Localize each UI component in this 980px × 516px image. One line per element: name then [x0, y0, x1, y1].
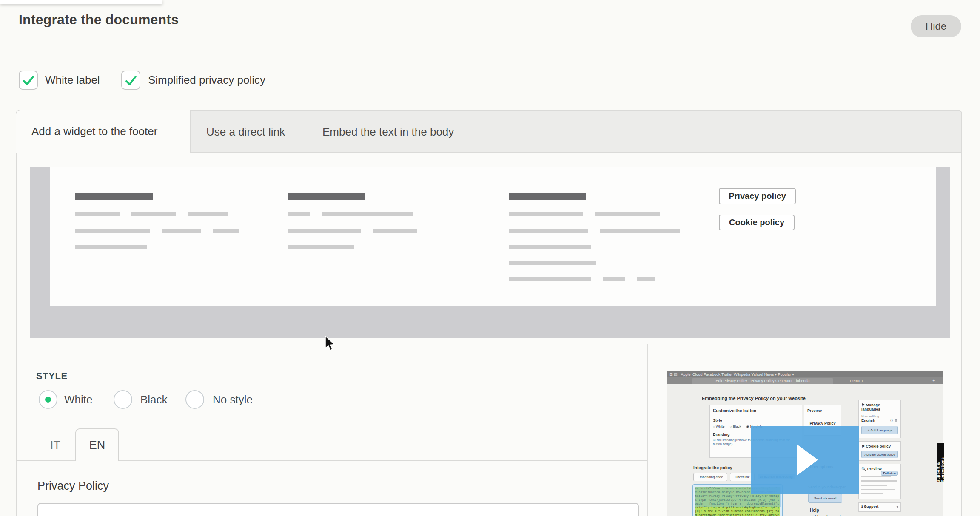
video-play-overlay[interactable] — [751, 426, 859, 494]
video-preview-button: Privacy Policy — [807, 421, 838, 425]
video-activate-cookie-button: Activate cookie policy — [861, 451, 898, 458]
tab-embed-body[interactable]: Embed the text in the body — [322, 125, 454, 138]
flag-icon: ⚑ — [861, 444, 866, 448]
video-cookie-box: ⚑ Cookie policy Activate cookie policy — [858, 441, 901, 461]
video-browser-menubar: ⊡ ▤ Apple iCloud Facebook Twitter Wikipe… — [667, 371, 943, 377]
hide-button[interactable]: Hide — [911, 15, 961, 37]
video-embedding-code-button: Embedding code — [693, 473, 727, 481]
vertical-divider — [647, 344, 648, 516]
radio-dot — [45, 397, 51, 403]
style-radio-white-label: White — [64, 390, 92, 409]
skeleton-text-bar — [75, 212, 120, 216]
style-radio-nostyle[interactable] — [185, 390, 204, 409]
language-tab-it[interactable]: IT — [43, 437, 68, 454]
radio-icon: ○ — [713, 425, 716, 428]
collapse-icon: ◂ — [896, 505, 898, 509]
skeleton-title-bar — [75, 193, 153, 200]
video-preview-sidebar-box: 🔍 Preview Full view — [858, 464, 901, 499]
skeleton-text-bar — [509, 212, 583, 216]
footer-mockup-panel — [50, 167, 936, 306]
play-icon — [797, 444, 818, 476]
tab-widget-footer[interactable]: Add a widget to the footer — [16, 110, 191, 153]
radio-selected-icon: ◉ — [746, 425, 750, 428]
video-full-view-button: Full view — [881, 471, 898, 476]
skeleton-line — [861, 493, 883, 494]
top-overlay-edge — [0, 0, 162, 4]
skeleton-line — [861, 485, 887, 486]
skeleton-title-bar — [509, 193, 586, 200]
style-radio-nostyle-label: No style — [213, 390, 253, 409]
privacy-policy-heading: Privacy Policy — [37, 479, 109, 493]
tab-widget-footer-label: Add a widget to the footer — [31, 125, 157, 138]
page-title: Integrate the documents — [19, 12, 179, 28]
skeleton-text-bar — [213, 229, 239, 233]
skeleton-text-bar — [288, 229, 361, 233]
window-controls-icon: ⊡ ▤ — [669, 372, 678, 377]
check-icon — [124, 74, 138, 87]
privacy-policy-code-field[interactable] — [37, 503, 639, 516]
style-section-heading: STYLE — [36, 371, 68, 382]
mockup-cookie-policy-button: Cookie policy — [719, 215, 795, 230]
video-now-editing: Now editing — [861, 414, 898, 418]
video-send-email-button: Send via email — [808, 493, 842, 503]
white-label-checkbox[interactable] — [19, 71, 38, 90]
video-browser-tabbar: Edit Privacy Policy - Privacy Policy Gen… — [667, 377, 943, 384]
video-languages-box: ⚑ Manage languages Now editing English ⟨… — [858, 400, 901, 438]
skeleton-text-bar — [509, 229, 588, 233]
mouse-cursor — [324, 336, 337, 353]
skeleton-text-bar — [603, 277, 625, 281]
simplified-privacy-checkbox[interactable] — [121, 71, 140, 90]
video-preview-title: Preview — [807, 408, 838, 413]
video-customize-title: Customize the button — [713, 408, 799, 413]
video-browser-tab2: Demo 1 — [850, 379, 863, 383]
skeleton-text-bar — [637, 277, 655, 281]
skeleton-text-bar — [322, 212, 413, 216]
skeleton-text-bar — [595, 212, 660, 216]
skeleton-title-bar — [288, 193, 365, 200]
checkbox-checked-icon: ☑ — [713, 438, 717, 442]
magnifier-icon: 🔍 — [861, 467, 867, 471]
skeleton-text-bar — [188, 212, 228, 216]
video-browser-tab: Edit Privacy Policy - Privacy Policy Gen… — [692, 378, 833, 384]
code-and-trash-icons: ⟨⟩ 🗑 — [890, 418, 898, 422]
simplified-privacy-checkbox-label: Simplified privacy policy — [148, 71, 265, 90]
style-radio-white[interactable] — [39, 390, 57, 409]
video-add-language-button: ＋ Add Language — [861, 426, 898, 434]
video-integrate-title: Integrate the policy — [693, 465, 732, 470]
mockup-privacy-policy-button: Privacy policy — [719, 188, 796, 204]
integrate-documents-page: Integrate the documents Hide White label… — [0, 0, 980, 516]
skeleton-text-bar — [600, 229, 680, 233]
style-radio-black-label: Black — [140, 390, 168, 409]
video-help-heading: Help — [810, 508, 819, 513]
plus-icon: ＋ — [867, 428, 870, 433]
video-bookmarks-bar: Apple iCloud Facebook Twitter Wikipedia … — [681, 372, 794, 377]
skeleton-line — [861, 480, 897, 482]
skeleton-text-bar — [509, 261, 596, 265]
skeleton-text-bar — [509, 245, 591, 249]
white-label-checkbox-label: White label — [45, 71, 100, 90]
radio-icon: ○ — [730, 425, 733, 428]
skeleton-line — [861, 476, 891, 477]
skeleton-text-bar — [162, 229, 201, 233]
video-support-box: ℹ Support◂ — [858, 502, 901, 512]
new-tab-icon: + — [932, 378, 935, 383]
skeleton-line — [861, 489, 895, 490]
language-tab-en[interactable]: EN — [75, 428, 119, 461]
skeleton-text-bar — [75, 245, 147, 249]
style-radio-black[interactable] — [114, 390, 132, 409]
skeleton-text-bar — [131, 212, 176, 216]
skeleton-text-bar — [373, 229, 417, 233]
video-style-label: Style — [713, 418, 799, 422]
skeleton-text-bar — [509, 277, 591, 281]
check-icon — [22, 74, 35, 87]
video-language-row: English ⟨⟩ 🗑 — [861, 418, 898, 422]
tutorial-video-thumbnail[interactable]: ⊡ ▤ Apple iCloud Facebook Twitter Wikipe… — [667, 371, 943, 516]
flag-icon: ⚑ — [861, 403, 866, 407]
support-suggestions-ribbon: Support & Suggestions — [937, 443, 944, 482]
tab-direct-link[interactable]: Use a direct link — [206, 125, 285, 138]
skeleton-text-bar — [75, 229, 150, 233]
skeleton-text-bar — [288, 212, 310, 216]
video-page-heading: Embedding the Privacy Policy on your web… — [702, 396, 806, 401]
skeleton-text-bar — [288, 245, 354, 249]
